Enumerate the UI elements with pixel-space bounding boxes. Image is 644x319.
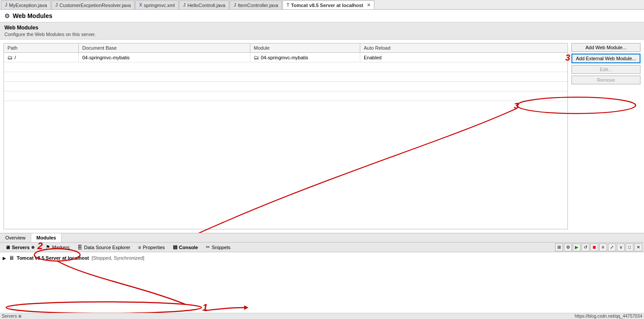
datasource-label: Data Source Explorer bbox=[84, 245, 130, 250]
markers-label: Markers bbox=[52, 245, 70, 250]
svg-text:1: 1 bbox=[202, 302, 208, 313]
page-header: ⚙ Web Modules bbox=[0, 10, 644, 22]
web-modules-icon: ⚙ bbox=[4, 12, 10, 19]
tab-hellocontroll[interactable]: JHelloControll.java bbox=[179, 0, 229, 9]
toolbar-min-btn[interactable]: □ bbox=[626, 243, 633, 251]
page-title: Web Modules bbox=[13, 12, 52, 19]
bottom-tab-snippets[interactable]: ✂ Snippets bbox=[202, 243, 234, 251]
cell-module: 🗂 04-springmvc-mybatis bbox=[250, 53, 360, 62]
bottom-tab-datasource[interactable]: 🗄 Data Source Explorer bbox=[74, 244, 134, 251]
document-base-value: 04-springmvc-mybatis bbox=[82, 55, 130, 60]
tab-icon-itemcontroller: J bbox=[234, 3, 236, 7]
status-left: Servers ⊗ bbox=[2, 314, 22, 319]
tab-itemcontroller[interactable]: JItemController.java bbox=[230, 0, 282, 9]
tab-icon-myexception: J bbox=[5, 3, 7, 7]
col-path: Path bbox=[4, 44, 79, 52]
toolbar-config-btn[interactable]: ⚙ bbox=[564, 243, 572, 251]
server-type-icon: 🖥 bbox=[9, 255, 14, 261]
add-external-web-module-button[interactable]: Add External Web Module... bbox=[571, 54, 640, 63]
main-content: ⚙ Web Modules Web Modules Configure the … bbox=[0, 10, 644, 243]
table-row[interactable]: 🗂 / 04-springmvc-mybatis 🗂 04-springmvc-… bbox=[4, 53, 567, 62]
path-value: / bbox=[15, 55, 16, 60]
tab-separator-1 bbox=[40, 244, 40, 250]
bottom-panel-tabs: 🖥 Servers ⊗ ⚑ Markers 🗄 Data Source Expl… bbox=[0, 243, 644, 252]
web-modules-table: Path Document Base Module Auto Reload 🗂 … bbox=[4, 43, 568, 229]
console-label: Console bbox=[179, 245, 198, 250]
module-value: 04-springmvc-mybatis bbox=[261, 55, 308, 60]
tab-close-tomcat[interactable]: ✕ bbox=[367, 3, 370, 7]
col-document-base: Document Base bbox=[79, 44, 250, 52]
cell-path: 🗂 / bbox=[4, 53, 79, 62]
col-auto-reload: Auto Reload bbox=[360, 44, 444, 52]
datasource-icon: 🗄 bbox=[77, 245, 82, 250]
tab-icon-hellocontroll: J bbox=[183, 3, 186, 7]
tab-overview[interactable]: Overview bbox=[0, 233, 31, 242]
cell-document-base: 04-springmvc-mybatis bbox=[79, 53, 250, 62]
status-bar: Servers ⊗ https://blog.csdn.net/qq_44757… bbox=[0, 313, 644, 319]
tab-bar: JMyException.javaJCustomerExcpetionResol… bbox=[0, 0, 644, 10]
tab-icon-springmvc: X bbox=[139, 3, 142, 7]
console-icon: ▤ bbox=[173, 244, 177, 250]
add-web-module-button[interactable]: Add Web Module... bbox=[571, 43, 640, 52]
tab-springmvc[interactable]: Xspringmvc.xml bbox=[135, 0, 179, 9]
editor-tabs: Overview Modules bbox=[0, 233, 644, 243]
empty-row-2 bbox=[4, 72, 567, 82]
annotation-area: 2 1 🖥 Servers ⊗ ⚑ Markers 🗄 D bbox=[0, 243, 644, 313]
bottom-tab-servers[interactable]: 🖥 Servers ⊗ bbox=[2, 244, 38, 251]
servers-badge: ⊗ bbox=[31, 245, 35, 250]
server-name: Tomcat v8.5 Server at localhost bbox=[17, 255, 89, 261]
servers-icon: 🖥 bbox=[5, 245, 10, 250]
bottom-annotation-svg: 2 1 bbox=[0, 243, 644, 313]
table-header: Path Document Base Module Auto Reload bbox=[4, 44, 567, 53]
col-module: Module bbox=[250, 44, 360, 52]
bottom-tab-properties[interactable]: ≡ Properties bbox=[135, 244, 168, 251]
cell-auto-reload: Enabled bbox=[360, 53, 444, 62]
module-folder-icon: 🗂 bbox=[254, 54, 259, 61]
server-expand-icon[interactable]: ▶ bbox=[3, 256, 6, 261]
snippets-label: Snippets bbox=[212, 245, 231, 250]
markers-icon: ⚑ bbox=[46, 244, 50, 250]
toolbar-expand-btn[interactable]: ⤢ bbox=[608, 243, 616, 251]
buttons-panel: Add Web Module... Add External Web Modul… bbox=[571, 43, 640, 229]
empty-row-1 bbox=[4, 62, 567, 72]
toolbar-menu-btn[interactable]: ≡ bbox=[599, 243, 607, 251]
properties-icon: ≡ bbox=[138, 245, 141, 250]
tab-icon-customerexception: J bbox=[55, 3, 58, 7]
svg-point-4 bbox=[6, 302, 201, 313]
server-status: [Stopped, Synchronized] bbox=[91, 255, 144, 261]
status-right: https://blog.csdn.net/qq_44757034 bbox=[575, 314, 642, 319]
servers-label: Servers bbox=[12, 245, 29, 250]
bottom-section: 2 1 🖥 Servers ⊗ ⚑ Markers 🗄 D bbox=[0, 243, 644, 319]
toolbar-down-btn[interactable]: ∨ bbox=[617, 243, 625, 251]
tab-icon-tomcat: T bbox=[286, 3, 289, 7]
tab-modules[interactable]: Modules bbox=[31, 233, 62, 242]
toolbar-close-btn[interactable]: ✕ bbox=[634, 243, 642, 251]
bottom-toolbar: ⊞ ⚙ ▶ ↺ ⏹ ≡ ⤢ ∨ □ ✕ bbox=[555, 243, 644, 251]
svg-marker-6 bbox=[244, 305, 249, 310]
folder-icon: 🗂 bbox=[7, 54, 13, 61]
section-description: Configure the Web Modules on this server… bbox=[4, 32, 640, 37]
edit-button[interactable]: Edit... bbox=[571, 65, 640, 74]
remove-button[interactable]: Remove bbox=[571, 76, 640, 84]
snippets-icon: ✂ bbox=[206, 244, 210, 250]
section-title: Web Modules bbox=[4, 25, 640, 31]
properties-label: Properties bbox=[143, 245, 165, 250]
server-list-row[interactable]: ▶ 🖥 Tomcat v8.5 Server at localhost [Sto… bbox=[0, 254, 644, 262]
tab-tomcat[interactable]: TTomcat v8.5 Server at localhost✕ bbox=[282, 0, 374, 9]
section-header: Web Modules Configure the Web Modules on… bbox=[0, 22, 644, 40]
tab-customerexception[interactable]: JCustomerExcpetionResolver.java bbox=[51, 0, 135, 9]
empty-row-3 bbox=[4, 82, 567, 91]
toolbar-start-btn[interactable]: ▶ bbox=[573, 243, 581, 251]
annotation-3-label: 3 bbox=[565, 53, 570, 63]
table-area: Path Document Base Module Auto Reload 🗂 … bbox=[0, 40, 644, 233]
bottom-tab-markers[interactable]: ⚑ Markers bbox=[42, 243, 73, 251]
auto-reload-value: Enabled bbox=[364, 55, 381, 60]
toolbar-new-server-btn[interactable]: ⊞ bbox=[555, 243, 563, 251]
toolbar-restart-btn[interactable]: ↺ bbox=[582, 243, 589, 251]
tab-myexception[interactable]: JMyException.java bbox=[1, 0, 51, 9]
toolbar-stop-btn[interactable]: ⏹ bbox=[590, 243, 598, 251]
empty-row-4 bbox=[4, 91, 567, 101]
bottom-tab-console[interactable]: ▤ Console bbox=[169, 243, 201, 251]
